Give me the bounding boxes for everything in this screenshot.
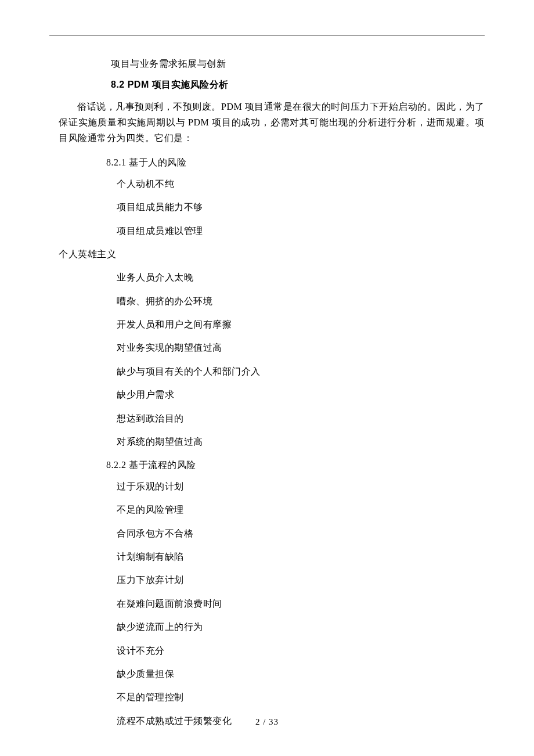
list-item: 项目组成员能力不够 bbox=[117, 201, 485, 214]
list-item: 缺少与项目有关的个人和部门介入 bbox=[117, 365, 485, 378]
list-item: 在疑难问题面前浪费时间 bbox=[117, 597, 485, 610]
intro-line: 项目与业务需求拓展与创新 bbox=[111, 57, 485, 70]
unindented-list-item: 个人英雄主义 bbox=[59, 248, 485, 261]
list-item: 压力下放弃计划 bbox=[117, 574, 485, 586]
list-item: 合同承包方不合格 bbox=[117, 527, 485, 540]
body-paragraph: 俗话说，凡事预则利，不预则废。PDM 项目通常是在很大的时间压力下开始启动的。因… bbox=[59, 99, 485, 146]
list-item: 想达到政治目的 bbox=[117, 412, 485, 425]
list-item: 开发人员和用户之间有摩擦 bbox=[117, 318, 485, 331]
section-heading-8-2: 8.2 PDM 项目实施风险分析 bbox=[111, 78, 485, 91]
list-item: 项目组成员难以管理 bbox=[117, 225, 485, 237]
list-item: 设计不充分 bbox=[117, 645, 485, 657]
list-item: 业务人员介入太晚 bbox=[117, 271, 485, 284]
list-item: 对系统的期望值过高 bbox=[117, 435, 485, 448]
page-container: 项目与业务需求拓展与创新 8.2 PDM 项目实施风险分析 俗话说，凡事预则利，… bbox=[0, 0, 534, 756]
list-item: 个人动机不纯 bbox=[117, 178, 485, 190]
list-item: 不足的风险管理 bbox=[117, 503, 485, 516]
list-item: 缺少用户需求 bbox=[117, 388, 485, 401]
page-footer: 2 / 33 bbox=[0, 716, 534, 728]
list-item: 不足的管理控制 bbox=[117, 691, 485, 704]
subsection-8-2-1: 8.2.1 基于人的风险 bbox=[106, 156, 485, 169]
list-item: 嘈杂、拥挤的办公环境 bbox=[117, 295, 485, 308]
list-item: 计划编制有缺陷 bbox=[117, 550, 485, 563]
subsection-8-2-2: 8.2.2 基于流程的风险 bbox=[106, 459, 485, 471]
list-item: 缺少逆流而上的行为 bbox=[117, 621, 485, 633]
list-item: 过于乐观的计划 bbox=[117, 480, 485, 493]
list-item: 缺少质量担保 bbox=[117, 668, 485, 681]
header-divider bbox=[49, 35, 485, 35]
list-item: 对业务实现的期望值过高 bbox=[117, 341, 485, 354]
